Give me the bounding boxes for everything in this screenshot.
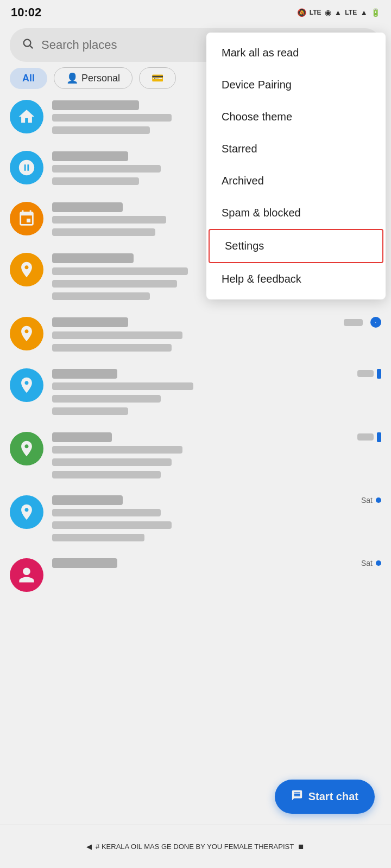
chat-content: [52, 432, 381, 480]
chat-preview: [52, 407, 128, 415]
chat-name: [52, 100, 139, 110]
signal-icon: ▲: [335, 8, 342, 17]
menu-item-mark-all[interactable]: Mark all as read: [206, 37, 386, 69]
menu-item-settings[interactable]: Settings: [209, 229, 383, 263]
chat-preview: [52, 344, 172, 352]
chat-preview: [52, 331, 182, 339]
chat-preview: [52, 446, 182, 454]
wifi-icon: ◉: [325, 8, 331, 17]
personal-icon: 👤: [66, 72, 78, 84]
chat-name: [52, 317, 128, 327]
chat-time: [357, 433, 374, 441]
menu-item-choose-theme[interactable]: Choose theme: [206, 101, 386, 133]
avatar: [10, 495, 43, 529]
chat-preview: [52, 521, 172, 529]
chat-preview: [52, 471, 161, 478]
avatar: [10, 368, 43, 402]
unread-indicator: [376, 319, 381, 324]
chat-content: Sat: [52, 495, 381, 543]
bottom-bar: ◀ # KERALA OIL MAS GE DONE BY YOU FEMALE…: [0, 825, 391, 868]
tab-card[interactable]: 💳: [139, 67, 176, 89]
chat-preview: [52, 228, 155, 236]
avatar: [10, 317, 43, 350]
signal2-icon: ▲: [360, 8, 368, 17]
chat-preview: [52, 395, 161, 403]
start-chat-icon: [291, 789, 303, 804]
read-indicator: [377, 369, 381, 379]
chat-preview: [52, 280, 177, 288]
chat-preview: [52, 292, 150, 300]
menu-item-starred[interactable]: Starred: [206, 133, 386, 165]
list-item[interactable]: [0, 361, 391, 424]
list-item[interactable]: Sat: [0, 488, 391, 551]
status-icons: 🔕 LTE ◉ ▲ LTE ▲ 🔋: [297, 8, 380, 17]
start-chat-button[interactable]: Start chat: [275, 780, 375, 814]
list-item[interactable]: ·: [0, 309, 391, 361]
chat-name: [52, 253, 134, 263]
chat-name: [52, 432, 112, 442]
tab-personal[interactable]: 👤 Personal: [54, 67, 133, 89]
status-time: 10:02: [11, 5, 41, 20]
menu-item-archived[interactable]: Archived: [206, 165, 386, 197]
menu-item-device-pairing[interactable]: Device Pairing: [206, 69, 386, 101]
chat-time: Sat: [361, 496, 373, 505]
avatar: [10, 253, 43, 286]
chat-preview: [52, 126, 150, 134]
avatar: [10, 558, 43, 592]
bottom-bar-text: ◀ # KERALA OIL MAS GE DONE BY YOU FEMALE…: [86, 843, 305, 851]
lte-icon: LTE: [310, 9, 321, 16]
mute-icon: 🔕: [297, 8, 306, 17]
avatar: [10, 151, 43, 184]
chat-name: [52, 558, 117, 568]
chat-preview: [52, 267, 188, 275]
chat-content: [52, 368, 381, 417]
avatar: [10, 202, 43, 235]
status-bar: 10:02 🔕 LTE ◉ ▲ LTE ▲ 🔋: [0, 0, 391, 23]
chat-preview: [52, 177, 139, 185]
chat-name: [52, 369, 117, 379]
battery-icon: 🔋: [371, 8, 380, 17]
chat-name: [52, 495, 123, 505]
chat-preview: [52, 509, 161, 516]
chat-preview: [52, 114, 172, 122]
chat-time: Sat: [361, 559, 373, 567]
chat-preview: [52, 382, 193, 390]
svg-line-1: [30, 46, 33, 48]
search-icon: [22, 37, 34, 53]
chat-time: [357, 370, 374, 377]
list-item[interactable]: [0, 424, 391, 488]
chat-content: ·: [52, 317, 381, 353]
svg-point-0: [24, 40, 31, 47]
chat-content: Sat: [52, 558, 381, 570]
chat-name: [52, 202, 123, 212]
lte2-icon: LTE: [345, 9, 357, 16]
unread-dot: [376, 497, 381, 503]
read-indicator: [377, 432, 381, 442]
chat-preview: [52, 216, 166, 224]
tab-all[interactable]: All: [10, 68, 47, 89]
chat-name: [52, 151, 128, 161]
avatar: [10, 432, 43, 465]
menu-item-help[interactable]: Help & feedback: [206, 263, 386, 295]
chat-preview: [52, 458, 172, 466]
chat-preview: [52, 165, 161, 173]
card-icon: 💳: [152, 72, 163, 84]
unread-dot: [376, 560, 381, 566]
dropdown-menu: Mark all as read Device Pairing Choose t…: [206, 33, 386, 299]
chat-preview: [52, 534, 144, 541]
start-chat-label: Start chat: [308, 790, 358, 803]
chat-time: [344, 319, 363, 326]
avatar: [10, 100, 43, 133]
list-item[interactable]: Sat: [0, 551, 391, 599]
menu-item-spam[interactable]: Spam & blocked: [206, 197, 386, 229]
